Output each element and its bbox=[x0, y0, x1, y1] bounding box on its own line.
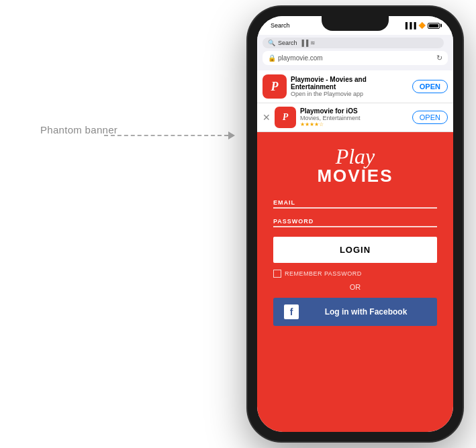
battery-icon bbox=[428, 23, 440, 29]
lock-icon: 🔒 bbox=[268, 54, 276, 62]
browser-search-bar[interactable]: 🔍 Search ▐▐ ≋ bbox=[263, 38, 444, 48]
browser-top-bar: 🔍 Search ▐▐ ≋ bbox=[263, 38, 448, 48]
password-input[interactable] bbox=[273, 226, 437, 227]
status-search: Search bbox=[271, 22, 290, 29]
browser-url-bar[interactable]: 🔒 playmovie.com ↻ bbox=[263, 51, 448, 65]
phone-notch bbox=[322, 16, 389, 31]
close-banner-icon[interactable]: ✕ bbox=[263, 112, 271, 123]
open-button-2[interactable]: OPEN bbox=[412, 111, 448, 124]
or-divider: OR bbox=[350, 283, 361, 291]
app-stars: ★★★★☆ bbox=[300, 121, 408, 127]
url-domain: playmovie.com bbox=[278, 54, 323, 62]
password-label: PASSWORD bbox=[273, 218, 437, 225]
dashed-arrow bbox=[104, 131, 235, 139]
remember-checkbox[interactable] bbox=[273, 270, 281, 278]
wifi-icon: 🔶 bbox=[418, 22, 426, 29]
app-name-2: Playmovie for iOS bbox=[300, 107, 408, 115]
app-info-2: Playmovie for iOS Movies, Entertainment … bbox=[300, 107, 408, 127]
reload-icon[interactable]: ↻ bbox=[436, 54, 442, 62]
url-text: 🔒 playmovie.com bbox=[268, 54, 323, 62]
signal-bars: ▐▐ ≋ bbox=[300, 40, 316, 46]
facebook-login-button[interactable]: f Log in with Facebook bbox=[273, 298, 437, 326]
app-sub-1: Open in the Playmovie app bbox=[291, 91, 408, 97]
login-button[interactable]: LOGIN bbox=[273, 237, 437, 263]
open-button-1[interactable]: OPEN bbox=[412, 80, 448, 93]
facebook-label: Log in with Facebook bbox=[305, 307, 426, 317]
app-icon-2: P bbox=[275, 107, 296, 128]
remember-label: REMEMBER PASSWORD bbox=[285, 270, 362, 277]
search-text: Search bbox=[278, 40, 297, 46]
app-info-1: Playmovie - Movies and Entertainment Ope… bbox=[291, 76, 408, 97]
remember-row: REMEMBER PASSWORD bbox=[273, 270, 437, 278]
phone-mockup: Search 9:41 ▐▐▐ 🔶 🔍 Search ▐▐ ≋ bbox=[248, 7, 463, 441]
app-banner-2: ✕ P Playmovie for iOS Movies, Entertainm… bbox=[257, 103, 453, 132]
browser-bar: 🔍 Search ▐▐ ≋ 🔒 playmovie.com ↻ bbox=[257, 35, 453, 70]
app-sub-2: Movies, Entertainment bbox=[300, 115, 408, 121]
email-input[interactable] bbox=[273, 207, 437, 209]
phone-screen: Search 9:41 ▐▐▐ 🔶 🔍 Search ▐▐ ≋ bbox=[257, 16, 453, 432]
smart-app-banner: P Playmovie - Movies and Entertainment O… bbox=[257, 70, 453, 103]
app-main-content: Play MOVIES EMAIL PASSWORD LOGIN REMEMBE… bbox=[257, 132, 453, 432]
status-right: ▐▐▐ 🔶 bbox=[403, 22, 440, 29]
signal-icon: ▐▐▐ bbox=[403, 22, 416, 29]
app-icon-1: P bbox=[263, 74, 287, 99]
app-name-1: Playmovie - Movies and Entertainment bbox=[291, 76, 408, 91]
logo-play: Play bbox=[336, 146, 375, 167]
facebook-icon: f bbox=[284, 304, 299, 319]
logo-area: Play MOVIES bbox=[317, 146, 393, 184]
email-label: EMAIL bbox=[273, 199, 437, 206]
logo-movies: MOVIES bbox=[317, 167, 393, 184]
search-icon: 🔍 bbox=[268, 40, 275, 46]
